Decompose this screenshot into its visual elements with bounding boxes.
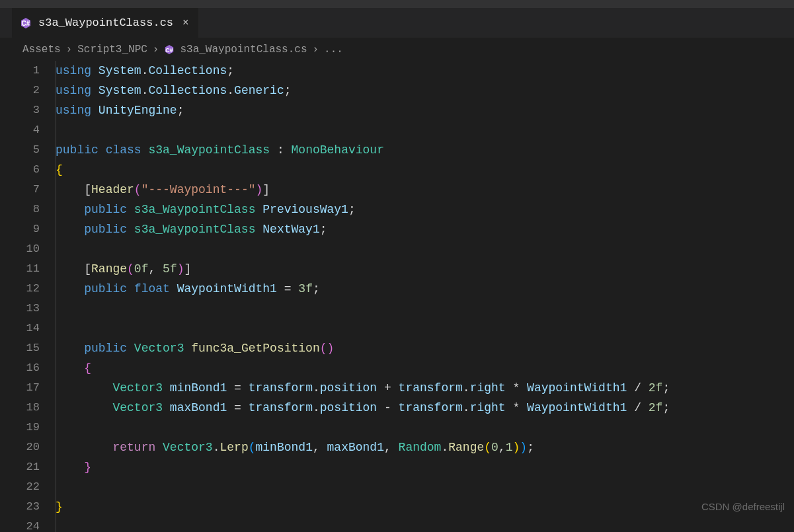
breadcrumb[interactable]: Assets › Script3_NPC › C# s3a_WaypointCl… <box>0 38 794 61</box>
code-line[interactable]: } <box>56 497 670 517</box>
code-line[interactable] <box>56 477 670 497</box>
svg-text:C#: C# <box>22 20 30 27</box>
line-number: 22 <box>0 477 40 497</box>
line-number: 20 <box>0 437 40 457</box>
crumb-file[interactable]: s3a_WaypointClass.cs <box>180 44 307 56</box>
line-number: 16 <box>0 358 40 378</box>
code-line[interactable]: public s3a_WaypointClass PreviousWay1; <box>56 200 670 219</box>
line-number: 21 <box>0 457 40 477</box>
chevron-right-icon: › <box>66 44 73 56</box>
code-line[interactable]: [Header("---Waypoint---")] <box>56 180 670 200</box>
watermark: CSDN @defreestijl <box>701 501 785 512</box>
code-line[interactable]: using System.Collections.Generic; <box>56 81 670 100</box>
code-line[interactable]: using UnityEngine; <box>56 100 670 120</box>
code-line[interactable]: } <box>56 457 670 477</box>
line-number: 24 <box>0 517 40 532</box>
code-line[interactable]: { <box>56 160 670 180</box>
crumb-assets[interactable]: Assets <box>22 44 61 56</box>
code-line[interactable]: public Vector3 func3a_GetPosition() <box>56 338 670 358</box>
code-line[interactable]: return Vector3.Lerp(minBond1, maxBond1, … <box>56 437 670 457</box>
chevron-right-icon: › <box>312 44 319 56</box>
line-number: 15 <box>0 338 40 358</box>
line-number: 5 <box>0 140 40 160</box>
editor[interactable]: 1 2 3 4 5 6 7 8 9 10 11 12 13 14 15 16 1… <box>0 61 794 532</box>
line-number: 13 <box>0 299 40 319</box>
crumb-ellipsis[interactable]: ... <box>324 44 343 56</box>
code-line[interactable]: Vector3 maxBond1 = transform.position - … <box>56 398 670 418</box>
line-number: 17 <box>0 378 40 398</box>
line-number: 1 <box>0 61 40 81</box>
crumb-script3npc[interactable]: Script3_NPC <box>77 44 147 56</box>
code-line[interactable] <box>56 517 670 532</box>
line-number: 2 <box>0 81 40 100</box>
code-line[interactable] <box>56 319 670 338</box>
line-number: 3 <box>0 100 40 120</box>
line-number: 6 <box>0 160 40 180</box>
csharp-icon: C# <box>164 44 175 55</box>
line-number: 14 <box>0 319 40 338</box>
tab-waypointclass[interactable]: C# s3a_WaypointClass.cs × <box>12 8 199 38</box>
line-number: 7 <box>0 180 40 200</box>
line-number: 19 <box>0 418 40 437</box>
code-line[interactable] <box>56 120 670 140</box>
svg-text:C#: C# <box>166 47 173 54</box>
code-line[interactable]: Vector3 minBond1 = transform.position + … <box>56 378 670 398</box>
gutter: 1 2 3 4 5 6 7 8 9 10 11 12 13 14 15 16 1… <box>0 61 56 532</box>
line-number: 9 <box>0 219 40 239</box>
code-line[interactable] <box>56 299 670 319</box>
line-number: 18 <box>0 398 40 418</box>
code-line[interactable]: { <box>56 358 670 378</box>
titlebar <box>0 0 794 8</box>
line-number: 12 <box>0 279 40 299</box>
line-number: 4 <box>0 120 40 140</box>
chevron-right-icon: › <box>153 44 159 56</box>
line-number: 10 <box>0 239 40 259</box>
tabbar: C# s3a_WaypointClass.cs × <box>0 8 794 38</box>
csharp-icon: C# <box>20 17 32 29</box>
line-number: 23 <box>0 497 40 517</box>
close-icon[interactable]: × <box>182 17 189 29</box>
code-line[interactable]: [Range(0f, 5f)] <box>56 259 670 279</box>
tab-label: s3a_WaypointClass.cs <box>38 17 173 29</box>
code-line[interactable] <box>56 239 670 259</box>
code-line[interactable]: using System.Collections; <box>56 61 670 81</box>
code-area[interactable]: using System.Collections; using System.C… <box>56 61 670 532</box>
code-line[interactable]: public float WaypointWidth1 = 3f; <box>56 279 670 299</box>
code-line[interactable] <box>56 418 670 437</box>
code-line[interactable]: public class s3a_WaypointClass : MonoBeh… <box>56 140 670 160</box>
line-number: 8 <box>0 200 40 219</box>
line-number: 11 <box>0 259 40 279</box>
code-line[interactable]: public s3a_WaypointClass NextWay1; <box>56 219 670 239</box>
